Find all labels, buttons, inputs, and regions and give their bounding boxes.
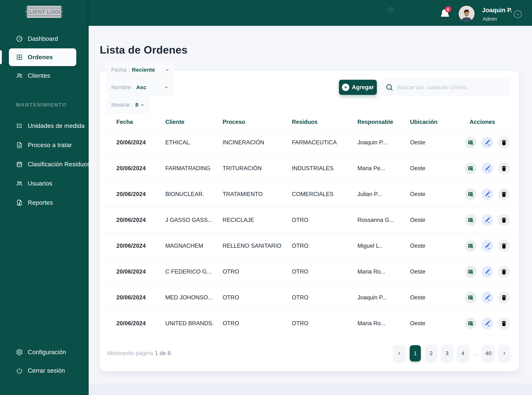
delete-order-button[interactable] <box>498 137 510 148</box>
pagination-page-1[interactable]: 1 <box>410 345 421 362</box>
column-header-proceso: Proceso <box>213 119 283 125</box>
cell-responsable: Miguel L.. <box>348 242 401 249</box>
view-order-icon <box>468 243 474 249</box>
users-icon <box>16 72 23 79</box>
view-order-button[interactable] <box>465 292 476 303</box>
pagination-page-40[interactable]: 40 <box>483 345 494 362</box>
view-order-button[interactable] <box>465 266 476 278</box>
filter-value: 8 <box>135 102 138 108</box>
cell-residuos: COMERCIALES <box>283 191 348 198</box>
table-row: 20/06/2024MAGNACHEMRELLENO SANITARIOOTRO… <box>100 233 519 259</box>
view-order-button[interactable] <box>465 188 476 200</box>
view-order-button[interactable] <box>465 162 476 174</box>
delete-order-button[interactable] <box>498 214 510 226</box>
edit-icon <box>484 294 490 301</box>
column-header-responsable: Responsable <box>348 119 401 125</box>
search-input[interactable] <box>397 84 505 91</box>
sidebar-item-label: Ordenes <box>28 54 53 61</box>
table-header-row: FechaClienteProcesoResiduosResponsableUb… <box>100 115 519 130</box>
edit-order-button[interactable] <box>482 162 493 174</box>
avatar[interactable] <box>459 6 475 22</box>
main-content: Lista de Ordenes Fecha :RecienteNombre :… <box>89 26 532 395</box>
view-order-button[interactable] <box>465 318 476 329</box>
topbar: 6 Joaquin P. Admin <box>89 0 532 26</box>
add-order-button[interactable]: Agregar <box>339 80 377 95</box>
cell-cliente: MED JOHONSO... <box>156 294 213 301</box>
view-order-button[interactable] <box>465 240 476 252</box>
edit-order-button[interactable] <box>482 188 493 200</box>
column-header-fecha: Fecha <box>107 119 156 125</box>
row-actions <box>447 188 512 200</box>
pagination-ellipsis: ... <box>473 350 478 356</box>
gauge-icon <box>16 35 23 42</box>
chevron-left-icon <box>397 351 402 356</box>
edit-icon <box>484 165 490 171</box>
edit-order-button[interactable] <box>482 137 493 148</box>
view-order-button[interactable] <box>465 214 476 226</box>
pagination-prev-button[interactable] <box>394 345 405 362</box>
edit-icon <box>484 320 490 327</box>
edit-icon <box>484 217 490 223</box>
delete-icon <box>501 165 507 171</box>
edit-order-button[interactable] <box>482 240 493 252</box>
sidebar-item-ordenes[interactable]: Ordenes <box>0 48 89 66</box>
pagination-next-button[interactable] <box>499 345 510 362</box>
sidebar-item-usuarios[interactable]: Usuarios <box>0 174 89 193</box>
cell-proceso: RECICLAJE <box>213 217 283 223</box>
filter-dropdown-mostrar[interactable]: Mostrar :8 <box>106 96 150 114</box>
filter-dropdown-fecha[interactable]: Fecha :Reciente <box>106 61 174 78</box>
pagination-page-3[interactable]: 3 <box>442 345 453 362</box>
delete-order-button[interactable] <box>498 318 510 329</box>
filter-value: Reciente <box>132 67 155 73</box>
cell-responsable: Julian P... <box>348 191 401 198</box>
sidebar-item-label: Configuración <box>28 349 66 356</box>
table-row: 20/06/2024J GASSO GASS...RECICLAJEOTRORo… <box>100 207 519 233</box>
page-title: Lista de Ordenes <box>100 44 187 56</box>
cell-fecha: 20/06/2024 <box>107 191 156 198</box>
header-highlight-circle <box>387 7 394 13</box>
cell-proceso: TRITURACIÓN <box>213 165 283 172</box>
view-order-button[interactable] <box>465 137 476 148</box>
delete-order-button[interactable] <box>498 188 510 200</box>
notifications-button[interactable]: 6 <box>439 7 451 21</box>
sidebar-item-cerrar-sesion[interactable]: Cerrar sesión <box>0 362 89 380</box>
table-row: 20/06/2024MED JOHONSO...OTROOTROJoaquin … <box>100 285 519 311</box>
grid-icon <box>16 54 23 61</box>
cell-ubicacion: Oeste <box>401 191 447 198</box>
sidebar-item-label: Reportes <box>28 199 53 206</box>
user-menu-button[interactable] <box>514 10 522 18</box>
sidebar-item-label: Dashboard <box>28 35 58 42</box>
filter-dropdown-nombre[interactable]: Nombre :Asc <box>106 78 174 96</box>
sidebar-item-label: Unidades de medida <box>28 122 85 129</box>
delete-order-button[interactable] <box>498 240 510 252</box>
sidebar-item-configuracion[interactable]: Configuración <box>0 343 89 362</box>
sidebar-item-clasificacion-residuos[interactable]: Clasificación Residuos <box>0 155 89 174</box>
orders-card: Fecha :RecienteNombre :AscMostrar :8 Agr… <box>100 71 519 371</box>
sidebar-item-unidades-de-medida[interactable]: Unidades de medida <box>0 116 89 136</box>
table-row: 20/06/2024UNITED BRANDS.OTROOTROMaria Ro… <box>100 311 519 336</box>
sidebar-item-reportes[interactable]: Reportes <box>0 193 89 212</box>
report-icon <box>16 199 23 206</box>
pagination-page-2[interactable]: 2 <box>426 345 437 362</box>
filter-text: Mostrar :8 <box>111 102 138 108</box>
edit-order-button[interactable] <box>482 318 493 329</box>
pagination-page-4[interactable]: 4 <box>457 345 468 362</box>
cell-responsable: Maria Ro... <box>348 320 401 327</box>
search-icon <box>385 83 393 91</box>
sidebar-item-proceso-a-tratar[interactable]: Proceso a tratar <box>0 136 89 155</box>
delete-icon <box>501 243 507 249</box>
view-order-icon <box>468 191 474 197</box>
delete-order-button[interactable] <box>498 266 510 278</box>
sidebar-item-clientes[interactable]: Clientes <box>0 66 89 85</box>
delete-order-button[interactable] <box>498 292 510 303</box>
edit-order-button[interactable] <box>482 292 493 303</box>
cell-ubicacion: Oeste <box>401 165 447 172</box>
edit-order-button[interactable] <box>482 266 493 278</box>
row-actions <box>447 266 512 278</box>
cell-cliente: BIONUCLEAR. <box>156 191 213 198</box>
sidebar-item-dashboard[interactable]: Dashboard <box>0 30 89 48</box>
cell-cliente: FARMATRADING <box>156 165 213 172</box>
edit-order-button[interactable] <box>482 214 493 226</box>
filter-text: Fecha :Reciente <box>111 67 155 73</box>
delete-order-button[interactable] <box>498 162 510 174</box>
